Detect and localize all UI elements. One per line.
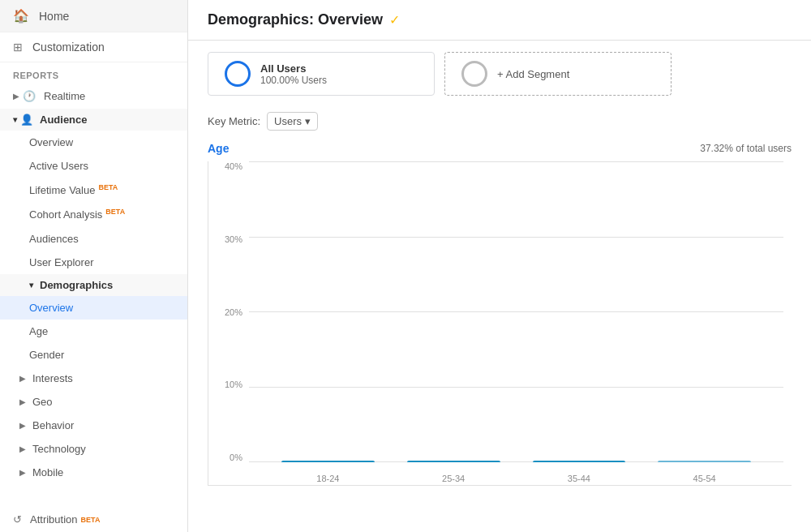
active-users-label: Active Users (29, 160, 88, 172)
chart-y-labels: 40% 30% 20% 10% 0% (208, 161, 247, 462)
sidebar-item-demographics[interactable]: ▾ Demographics (0, 274, 187, 296)
expand-icon: ▶ (13, 92, 19, 101)
attribution-icon: ↺ (13, 513, 22, 526)
all-users-sub: 100.00% Users (260, 75, 327, 86)
demographics-label: Demographics (40, 279, 113, 291)
interests-label: Interests (32, 372, 73, 384)
all-users-circle (225, 61, 251, 87)
expand-icon-interests: ▶ (19, 374, 26, 383)
bar-group-25-34 (407, 461, 500, 462)
expand-icon-geo: ▶ (19, 397, 26, 406)
y-label-20: 20% (225, 307, 242, 317)
age-label: Age (29, 325, 48, 337)
bar-group-35-44 (533, 461, 626, 462)
expand-icon-technology: ▶ (19, 444, 26, 453)
sidebar-item-overview[interactable]: Overview (0, 131, 187, 154)
customization-icon: ⊞ (13, 41, 23, 54)
audiences-label: Audiences (29, 233, 79, 245)
verified-icon: ✓ (389, 12, 400, 28)
geo-label: Geo (32, 396, 53, 408)
sidebar-item-user-explorer[interactable]: User Explorer (0, 251, 187, 274)
sidebar-item-geo[interactable]: ▶ Geo (0, 390, 187, 414)
behavior-label: Behavior (32, 419, 74, 431)
bar-18-24[interactable] (281, 461, 375, 462)
user-explorer-label: User Explorer (29, 256, 93, 268)
attribution-beta: BETA (81, 516, 101, 524)
sidebar-item-demo-overview[interactable]: Overview (0, 296, 187, 320)
key-metric-dropdown-icon: ▾ (305, 115, 311, 127)
bar-45-54[interactable] (658, 461, 751, 462)
bars-area (249, 161, 783, 462)
main-content: Demographics: Overview ✓ All Users 100.0… (188, 0, 811, 532)
sidebar: 🏠 Home ⊞ Customization REPORTS ▶ 🕐 Realt… (0, 0, 188, 532)
page-title: Demographics: Overview (208, 11, 383, 28)
sidebar-item-age[interactable]: Age (0, 320, 187, 343)
cohort-beta: BETA (105, 208, 125, 216)
expand-icon-mobile: ▶ (19, 468, 26, 477)
key-metric-label: Key Metric: (208, 115, 260, 127)
sidebar-item-customization[interactable]: ⊞ Customization (0, 32, 187, 62)
sidebar-item-audience[interactable]: ▾ 👤 Audience (0, 109, 187, 131)
gender-label: Gender (29, 349, 64, 361)
y-label-40: 40% (225, 161, 242, 171)
chart-container: 40% 30% 20% 10% 0% 18-2425-3435-4445-54 (208, 161, 792, 486)
sidebar-item-audiences[interactable]: Audiences (0, 227, 187, 251)
home-icon: 🏠 (13, 8, 29, 24)
sidebar-item-gender[interactable]: Gender (0, 343, 187, 367)
add-segment-button[interactable]: + Add Segment (444, 52, 672, 96)
y-label-30: 30% (225, 234, 242, 244)
add-segment-label: + Add Segment (497, 68, 569, 80)
all-users-label: All Users (260, 62, 327, 75)
sidebar-item-home[interactable]: 🏠 Home (0, 0, 187, 32)
sidebar-realtime-label: Realtime (44, 90, 85, 102)
clock-icon: 🕐 (23, 90, 36, 102)
y-label-0: 0% (230, 453, 242, 462)
segment-bar: All Users 100.00% Users + Add Segment (188, 41, 811, 107)
bar-group-45-54 (658, 461, 751, 462)
sidebar-item-attribution[interactable]: ↺ Attribution BETA (0, 507, 187, 532)
y-label-10: 10% (225, 380, 242, 389)
sidebar-item-active-users[interactable]: Active Users (0, 154, 187, 178)
all-users-segment[interactable]: All Users 100.00% Users (208, 52, 435, 96)
expand-icon-audience: ▾ (13, 115, 17, 124)
sidebar-item-behavior[interactable]: ▶ Behavior (0, 414, 187, 437)
reports-section-label: REPORTS (0, 62, 187, 84)
x-label-25-34: 25-34 (407, 474, 500, 483)
expand-icon-demographics: ▾ (29, 281, 33, 290)
mobile-label: Mobile (32, 466, 63, 478)
bar-25-34[interactable] (407, 461, 500, 462)
lifetime-value-label: Lifetime Value (29, 184, 95, 196)
sidebar-item-mobile[interactable]: ▶ Mobile (0, 461, 187, 484)
sidebar-item-realtime[interactable]: ▶ 🕐 Realtime (0, 84, 187, 109)
chart-header: Age 37.32% of total users (208, 142, 792, 155)
sidebar-customization-label: Customization (32, 41, 105, 54)
bar-group-18-24 (281, 461, 375, 462)
expand-icon-behavior: ▶ (19, 421, 26, 430)
attribution-label: Attribution (30, 513, 78, 526)
demo-overview-label: Overview (29, 302, 73, 314)
page-header: Demographics: Overview ✓ (188, 0, 811, 41)
audience-icon: 👤 (20, 114, 33, 126)
sidebar-item-cohort-analysis[interactable]: Cohort AnalysisBETA (0, 202, 187, 226)
sidebar-home-label: Home (39, 10, 69, 23)
lifetime-value-beta: BETA (98, 183, 118, 191)
chart-stat: 37.32% of total users (700, 143, 792, 154)
x-label-35-44: 35-44 (533, 474, 626, 483)
overview-label: Overview (29, 136, 73, 148)
key-metric-row: Key Metric: Users ▾ (188, 107, 811, 142)
cohort-analysis-label: Cohort Analysis (29, 209, 102, 221)
bar-35-44[interactable] (533, 461, 626, 462)
technology-label: Technology (32, 443, 86, 455)
sidebar-item-interests[interactable]: ▶ Interests (0, 367, 187, 390)
all-users-info: All Users 100.00% Users (260, 62, 327, 86)
x-labels: 18-2425-3435-4445-54 (249, 474, 783, 483)
key-metric-select[interactable]: Users ▾ (267, 112, 318, 131)
sidebar-item-lifetime-value[interactable]: Lifetime ValueBETA (0, 178, 187, 202)
chart-section: Age 37.32% of total users 40% 30% 20% 10… (188, 142, 811, 505)
add-segment-circle (461, 61, 487, 87)
x-label-18-24: 18-24 (281, 474, 375, 483)
chart-title: Age (208, 142, 229, 155)
sidebar-audience-label: Audience (40, 114, 88, 126)
sidebar-item-technology[interactable]: ▶ Technology (0, 437, 187, 461)
key-metric-value: Users (274, 115, 302, 127)
